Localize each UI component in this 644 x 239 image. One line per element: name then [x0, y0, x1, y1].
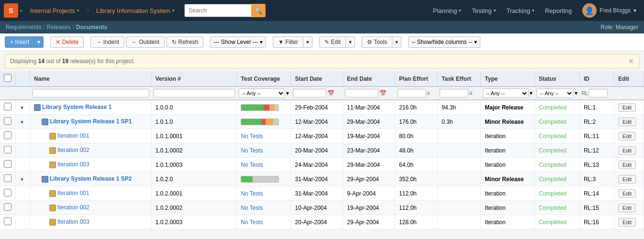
- row-end-date-cell: 9-Apr-2004: [343, 186, 395, 201]
- info-bar: Displaying 14 out of 19 release(s) for t…: [5, 54, 639, 68]
- info-close-button[interactable]: ✕: [628, 57, 634, 65]
- app-logo[interactable]: S: [4, 3, 18, 18]
- breadcrumb-releases[interactable]: Releases: [47, 24, 71, 31]
- row-name-link[interactable]: Library System Release 1 SP1: [50, 118, 132, 125]
- nav-reporting[interactable]: Reporting: [540, 5, 577, 16]
- filter-name-input[interactable]: [32, 89, 150, 98]
- filter-status-caret: ▾: [575, 90, 577, 97]
- header-end-date[interactable]: End Date: [343, 71, 395, 87]
- edit-button[interactable]: ✎ Edit: [319, 36, 346, 48]
- header-test-coverage[interactable]: Test Coverage: [237, 71, 291, 87]
- header-version[interactable]: Version #: [151, 71, 237, 87]
- row-name-link[interactable]: Library System Release 1 SP2: [50, 175, 132, 182]
- filter-id-input[interactable]: [588, 89, 608, 98]
- header-name[interactable]: Name: [30, 71, 152, 87]
- row-edit-button[interactable]: Edit: [618, 161, 636, 169]
- filter-coverage-select[interactable]: -- Any --: [239, 88, 285, 98]
- select-all-checkbox[interactable]: [4, 74, 11, 82]
- row-edit-button[interactable]: Edit: [618, 204, 636, 212]
- row-edit-button[interactable]: Edit: [618, 189, 636, 198]
- nav-dropdown-icon[interactable]: ▾: [20, 8, 22, 13]
- insert-button[interactable]: + Insert: [5, 36, 34, 48]
- row-edit-button[interactable]: Edit: [618, 218, 636, 227]
- breadcrumb-requirements[interactable]: Requirements: [6, 24, 42, 31]
- row-checkbox[interactable]: [4, 131, 11, 139]
- filter-status-select[interactable]: -- Any --: [536, 88, 574, 98]
- row-checkbox[interactable]: [4, 103, 11, 110]
- row-id-cell: RL:15: [579, 201, 614, 215]
- nav-internal-projects[interactable]: Internal Projects ▾: [26, 5, 83, 16]
- row-name-link[interactable]: Iteration 002: [57, 204, 89, 211]
- breadcrumb-sep-2: /: [73, 24, 74, 30]
- header-type[interactable]: Type: [481, 71, 535, 87]
- plan-effort-calc-icon[interactable]: ≡: [427, 90, 430, 97]
- header-task-effort[interactable]: Task Effort: [438, 71, 481, 87]
- info-text: Displaying 14 out of 19 release(s) for t…: [10, 58, 135, 65]
- header-plan-effort[interactable]: Plan Effort: [395, 71, 438, 87]
- row-name-link[interactable]: Iteration 003: [57, 218, 89, 225]
- outdent-button[interactable]: ← Outdent: [126, 36, 165, 48]
- row-task-effort-cell: [438, 129, 481, 143]
- expand-collapse-icon[interactable]: ▼: [20, 105, 24, 110]
- row-start-date-cell: 20-Apr-2004: [291, 215, 343, 229]
- row-name-link[interactable]: Iteration 001: [57, 190, 89, 196]
- filter-start-date-input[interactable]: [293, 89, 326, 98]
- search-input[interactable]: [184, 4, 251, 17]
- row-start-date-cell: 12-Mar-2004: [291, 129, 343, 143]
- edit-dropdown-button[interactable]: ▾: [346, 36, 355, 48]
- row-name-link[interactable]: Iteration 003: [57, 161, 89, 168]
- tools-dropdown-button[interactable]: ▾: [392, 36, 401, 48]
- row-checkbox-cell: [0, 201, 16, 215]
- show-hide-select[interactable]: -- Show/hide columns -- ▾: [408, 36, 480, 48]
- row-edit-button[interactable]: Edit: [618, 146, 636, 155]
- row-checkbox[interactable]: [4, 160, 11, 168]
- delete-button[interactable]: ✕ Delete: [50, 36, 84, 48]
- nav-tracking[interactable]: Tracking ▾: [502, 5, 539, 16]
- header-id[interactable]: ID: [579, 71, 614, 87]
- row-coverage-cell: [237, 100, 291, 115]
- filter-type-select[interactable]: -- Any --: [483, 88, 529, 98]
- refresh-button[interactable]: ↻ Refresh: [167, 36, 203, 48]
- row-name-cell: Iteration 001: [30, 186, 152, 201]
- filter-version-input[interactable]: [153, 89, 235, 98]
- row-edit-button[interactable]: Edit: [618, 175, 636, 184]
- indent-button[interactable]: → Indent: [90, 36, 124, 48]
- coverage-segment: [241, 105, 264, 110]
- breadcrumb-bar: Requirements / Releases / Documents Role…: [0, 21, 644, 33]
- filter-end-date-input[interactable]: [345, 89, 378, 98]
- row-checkbox[interactable]: [4, 217, 11, 225]
- task-effort-calc-icon[interactable]: ≡: [469, 90, 473, 97]
- row-name-link[interactable]: Library System Release 1: [42, 104, 111, 110]
- row-checkbox[interactable]: [4, 203, 11, 211]
- coverage-segment: [275, 105, 278, 110]
- row-edit-button[interactable]: Edit: [618, 103, 636, 112]
- end-date-calendar-icon[interactable]: 📅: [379, 90, 387, 97]
- search-button[interactable]: 🔍: [251, 4, 266, 17]
- show-level-select[interactable]: --- Show Level --- ▾: [210, 36, 266, 48]
- row-checkbox[interactable]: [4, 189, 11, 196]
- row-edit-button[interactable]: Edit: [618, 118, 636, 126]
- row-name-link[interactable]: Iteration 002: [57, 147, 89, 153]
- header-status[interactable]: Status: [534, 71, 579, 87]
- logo-area[interactable]: S ▾: [4, 3, 22, 18]
- row-type-cell: Iteration: [481, 143, 535, 158]
- row-checkbox[interactable]: [4, 174, 11, 182]
- expand-collapse-icon[interactable]: ▼: [20, 120, 24, 125]
- row-edit-button[interactable]: Edit: [618, 132, 636, 141]
- start-date-calendar-icon[interactable]: 📅: [327, 90, 334, 97]
- nav-planning[interactable]: Planning ▾: [428, 5, 466, 16]
- filter-plan-effort-input[interactable]: [397, 89, 426, 98]
- filter-dropdown-button[interactable]: ▾: [303, 36, 312, 48]
- filter-task-effort-input[interactable]: [440, 89, 468, 98]
- header-start-date[interactable]: Start Date: [291, 71, 343, 87]
- expand-collapse-icon[interactable]: ▼: [20, 177, 24, 182]
- filter-button[interactable]: ▼ Filter: [273, 36, 303, 48]
- row-name-link[interactable]: Iteration 001: [57, 132, 89, 139]
- tools-button[interactable]: ⚙ Tools: [362, 36, 392, 48]
- row-checkbox[interactable]: [4, 146, 11, 153]
- insert-dropdown-button[interactable]: ▾: [34, 36, 44, 48]
- user-menu[interactable]: 👤 Fred Bloggs ▾: [578, 1, 640, 20]
- nav-testing[interactable]: Testing ▾: [467, 5, 500, 16]
- nav-library-information-system[interactable]: Library Information System ▾: [92, 5, 178, 16]
- row-checkbox[interactable]: [4, 117, 11, 125]
